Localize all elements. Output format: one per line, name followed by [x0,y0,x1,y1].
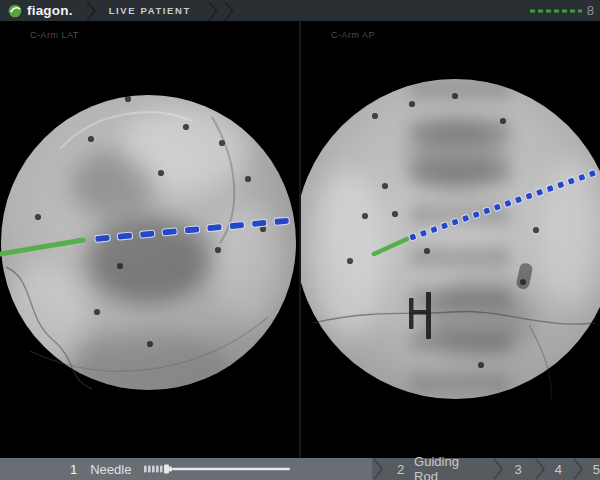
chevron-right-icon [372,458,383,480]
instrument-status: 8 [529,3,600,18]
ap-trajectory-dotted-line [409,169,597,241]
step-needle[interactable]: 1 Needle [0,458,372,480]
chevron-right-icon [85,1,97,21]
ap-instrument-line [374,239,407,254]
chevron-right-icon [572,458,583,480]
chevron-right-icon [223,1,235,21]
step-4[interactable]: 4 [555,462,562,477]
lat-overlay-graphics [0,21,299,458]
h-shaped-marker [409,292,431,339]
viewport-area: C-Arm LAT C-Arm AP [0,21,600,458]
tab-live-patient[interactable]: LIVE PATIENT [99,5,205,16]
fiagon-navigation-app: fiagon. LIVE PATIENT 8 C-Arm LAT [0,0,600,480]
step-guiding-rod-number[interactable]: 2 [397,462,404,477]
lat-marker-dots [35,96,266,347]
ap-marker-dots [347,93,539,368]
chevron-right-icon [534,458,545,480]
brand-logo: fiagon. [0,0,83,21]
upcoming-steps: 2 Guiding Rod 3 4 5 [372,458,600,480]
step-number: 1 [70,462,77,477]
ap-viewport[interactable]: C-Arm AP [301,21,600,458]
top-bar: fiagon. LIVE PATIENT 8 [0,0,600,21]
brand-name: fiagon. [27,3,73,18]
needle-icon [143,463,293,475]
instrument-dashed-line-icon [529,7,583,15]
chevron-right-icon [207,1,219,21]
step-label: Needle [90,462,131,477]
ap-overlay-graphics [301,21,600,458]
lat-instrument-line [0,240,83,254]
step-5[interactable]: 5 [593,462,600,477]
fiagon-leaf-icon [8,4,22,18]
radiopaque-pill-marker [515,262,533,290]
step-3[interactable]: 3 [515,462,522,477]
lat-viewport[interactable]: C-Arm LAT [0,21,299,458]
instrument-count: 8 [587,3,594,18]
chevron-right-icon [492,458,503,480]
workflow-bar: 1 Needle 2 Guiding Rod 3 [0,458,600,480]
